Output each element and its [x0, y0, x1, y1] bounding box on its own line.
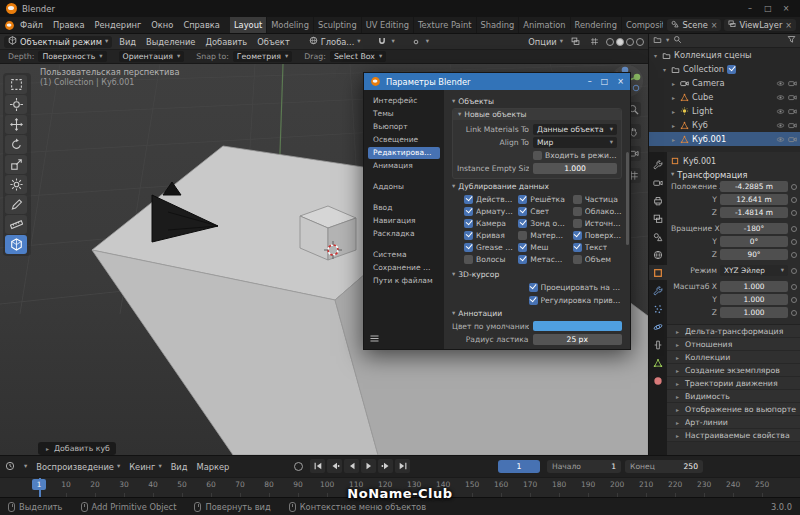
tab-modifiers[interactable]: [649, 283, 667, 298]
play-reverse-button[interactable]: [344, 459, 359, 473]
menu-Окно[interactable]: Окно: [146, 17, 178, 33]
xray-toggle-icon[interactable]: [587, 36, 601, 48]
checkbox[interactable]: [573, 255, 582, 264]
filter-icon[interactable]: [787, 35, 796, 46]
tab-scene[interactable]: [649, 229, 667, 244]
workspace-tab-Layout[interactable]: Layout: [230, 17, 267, 33]
decorator-icon[interactable]: [791, 252, 797, 258]
checkbox[interactable]: [533, 151, 542, 160]
decorator-icon[interactable]: [791, 297, 797, 303]
proportional-edit-icon[interactable]: [409, 36, 423, 48]
tab-view-layer[interactable]: [649, 211, 667, 226]
search-icon[interactable]: [673, 35, 682, 46]
checkbox[interactable]: [518, 255, 527, 264]
disclosure-triangle[interactable]: ▸: [670, 108, 677, 115]
checkbox[interactable]: [573, 219, 582, 228]
checkbox[interactable]: [464, 207, 473, 216]
checkbox-option[interactable]: Кривая: [464, 230, 513, 240]
jump-to-start-button[interactable]: [310, 459, 325, 473]
workspace-tab-Rendering[interactable]: Rendering: [571, 17, 622, 33]
mode-dropdown[interactable]: Объектный режим ▾: [4, 36, 112, 48]
viewlayer-selector[interactable]: ViewLayer ×: [724, 19, 796, 31]
current-frame-field[interactable]: 1: [498, 460, 540, 473]
checkbox-option[interactable]: Частица: [573, 194, 622, 204]
checkbox[interactable]: [573, 195, 582, 204]
frame-end-field[interactable]: Конец 250: [625, 460, 703, 473]
workspace-tab-Compositing[interactable]: Compositing: [622, 17, 664, 33]
viewport-menu-Вид[interactable]: Вид: [114, 37, 141, 47]
autokey-toggle[interactable]: [294, 462, 303, 471]
checkbox[interactable]: [529, 283, 538, 292]
panel-Видимость[interactable]: ▸Видимость: [667, 390, 800, 403]
tab-physics[interactable]: [649, 319, 667, 334]
checkbox-option[interactable]: Grease Pencil: [464, 242, 513, 252]
checkbox-option[interactable]: Материал: [518, 230, 567, 240]
checkbox[interactable]: [518, 243, 527, 252]
checkbox[interactable]: [518, 231, 527, 240]
checkbox[interactable]: [518, 219, 527, 228]
scene-selector[interactable]: Scene ×: [667, 19, 721, 31]
checkbox[interactable]: [573, 243, 582, 252]
align-to-dropdown[interactable]: Мир▾: [533, 137, 617, 148]
checkbox-option[interactable]: Зонд освеще...: [518, 218, 567, 228]
maximize-icon[interactable]: □: [760, 2, 776, 15]
outliner-row-Куб[interactable]: ▸Куб: [649, 118, 800, 132]
checkbox[interactable]: [573, 207, 582, 216]
checkbox[interactable]: [464, 255, 473, 264]
tool-setting-dropdown[interactable]: Select Box▾: [330, 51, 386, 62]
workspace-tab-Texture Paint[interactable]: Texture Paint: [414, 17, 477, 33]
scale-tool[interactable]: [5, 155, 27, 174]
maximize-icon[interactable]: □: [601, 77, 609, 86]
prefs-nav-Аддоны[interactable]: Аддоны: [368, 181, 440, 193]
close-icon[interactable]: ×: [617, 77, 624, 86]
select-box-tool[interactable]: [5, 75, 27, 94]
shading-rendered-icon[interactable]: [636, 38, 644, 46]
tab-object[interactable]: [649, 265, 667, 280]
collection-checkbox[interactable]: [727, 65, 736, 74]
objects-section-header[interactable]: ▾ Объекты: [452, 96, 622, 107]
workspace-tab-Sculpting[interactable]: Sculpting: [314, 17, 362, 33]
prefs-nav-Система[interactable]: Система: [368, 249, 440, 261]
link-materials-dropdown[interactable]: Данные объекта▾: [533, 124, 617, 135]
rotate-tool[interactable]: [5, 135, 27, 154]
prefs-nav-Вьюпорт[interactable]: Вьюпорт: [368, 121, 440, 133]
number-field[interactable]: 1.000: [720, 294, 788, 305]
number-field[interactable]: 90°: [720, 249, 788, 260]
decorator-icon[interactable]: [791, 197, 797, 203]
checkbox[interactable]: [529, 296, 538, 305]
tab-render[interactable]: [649, 175, 667, 190]
options-dropdown[interactable]: Опции ▾: [528, 37, 563, 47]
panel-Дельта-трансформация[interactable]: ▸Дельта-трансформация: [667, 325, 800, 338]
tool-setting-dropdown[interactable]: Поверхность▾: [38, 51, 106, 62]
checkbox-option[interactable]: Решётка: [518, 194, 567, 204]
disclosure-triangle[interactable]: ▸: [670, 136, 677, 143]
timeline-menu-Вид[interactable]: Вид: [171, 462, 188, 472]
move-tool[interactable]: [5, 115, 27, 134]
panel-Настраиваемые свойства[interactable]: ▸Настраиваемые свойства: [667, 429, 800, 442]
shading-solid-icon[interactable]: [616, 38, 624, 46]
checkbox[interactable]: [464, 219, 473, 228]
prefs-nav-Анимация[interactable]: Анимация: [368, 160, 440, 172]
workspace-tab-Modeling[interactable]: Modeling: [267, 17, 314, 33]
checkbox-option[interactable]: Проецировать на плоскость: [529, 282, 623, 292]
disclosure-triangle[interactable]: ▸: [670, 80, 677, 87]
overlays-toggle-icon[interactable]: [568, 36, 582, 48]
unlink-viewlayer-icon[interactable]: ×: [785, 21, 792, 30]
tab-material[interactable]: [649, 373, 667, 388]
scrollbar[interactable]: [626, 152, 629, 245]
outliner-row-Camera[interactable]: ▸Camera: [649, 76, 800, 90]
number-field[interactable]: -1.4814 m: [720, 207, 788, 218]
panel-Отображение во вьюпорте[interactable]: ▸Отображение во вьюпорте: [667, 403, 800, 416]
menu-Файл[interactable]: Файл: [15, 17, 48, 33]
number-field[interactable]: 0°: [720, 236, 788, 247]
timeline-editor-icon[interactable]: [5, 461, 15, 473]
outliner-row-Коллекция сцены[interactable]: ▾Коллекция сцены: [649, 48, 800, 62]
play-button[interactable]: [361, 459, 376, 473]
decorator-icon[interactable]: [791, 239, 797, 245]
checkbox[interactable]: [464, 195, 473, 204]
checkbox[interactable]: [464, 243, 473, 252]
orientation-dropdown[interactable]: Глоба... ▾: [309, 36, 361, 47]
tab-constraints[interactable]: [649, 337, 667, 352]
cursor-section-header[interactable]: ▾ 3D-курсор: [452, 269, 622, 280]
new-objects-header[interactable]: ▾ Новые объекты: [453, 109, 621, 120]
